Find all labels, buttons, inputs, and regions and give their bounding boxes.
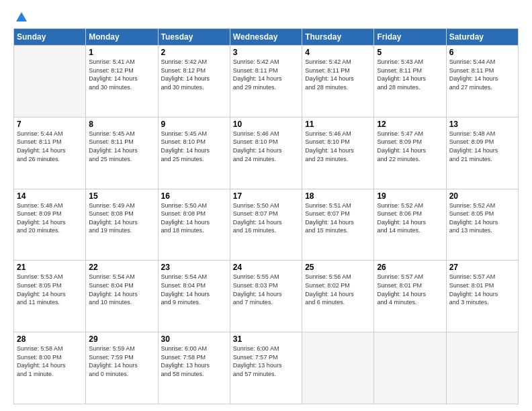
day-number: 31: [233, 334, 299, 344]
day-info: Sunrise: 5:48 AM Sunset: 8:09 PM Dayligh…: [449, 130, 515, 163]
week-row-3: 14Sunrise: 5:48 AM Sunset: 8:09 PM Dayli…: [14, 189, 519, 261]
day-number: 16: [161, 191, 227, 201]
day-number: 14: [17, 191, 83, 201]
calendar-cell: 15Sunrise: 5:49 AM Sunset: 8:08 PM Dayli…: [86, 189, 158, 261]
day-number: 3: [233, 48, 299, 57]
calendar-cell: 24Sunrise: 5:55 AM Sunset: 8:03 PM Dayli…: [230, 261, 302, 332]
day-number: 15: [89, 191, 154, 201]
calendar-cell: [302, 332, 374, 404]
day-info: Sunrise: 5:48 AM Sunset: 8:09 PM Dayligh…: [17, 201, 83, 235]
header: [13, 11, 519, 23]
day-info: Sunrise: 5:52 AM Sunset: 8:06 PM Dayligh…: [377, 201, 443, 235]
day-number: 8: [89, 120, 154, 129]
day-header-monday: Monday: [86, 29, 158, 46]
calendar-cell: 4Sunrise: 5:42 AM Sunset: 8:11 PM Daylig…: [302, 46, 374, 118]
day-number: 29: [89, 334, 154, 344]
calendar-cell: 23Sunrise: 5:54 AM Sunset: 8:04 PM Dayli…: [158, 261, 230, 332]
calendar-cell: 5Sunrise: 5:43 AM Sunset: 8:11 PM Daylig…: [374, 46, 446, 118]
day-info: Sunrise: 5:46 AM Sunset: 8:10 PM Dayligh…: [305, 130, 371, 163]
week-row-5: 28Sunrise: 5:58 AM Sunset: 8:00 PM Dayli…: [14, 332, 519, 404]
day-number: 18: [305, 191, 371, 201]
calendar-cell: 20Sunrise: 5:52 AM Sunset: 8:05 PM Dayli…: [446, 189, 518, 261]
calendar-cell: 22Sunrise: 5:54 AM Sunset: 8:04 PM Dayli…: [86, 261, 158, 332]
calendar-cell: 3Sunrise: 5:42 AM Sunset: 8:11 PM Daylig…: [230, 46, 302, 118]
day-info: Sunrise: 5:46 AM Sunset: 8:10 PM Dayligh…: [233, 130, 299, 163]
day-number: 21: [17, 263, 83, 272]
day-number: 23: [161, 263, 227, 272]
day-number: 25: [305, 263, 371, 272]
calendar-header-row: SundayMondayTuesdayWednesdayThursdayFrid…: [14, 29, 519, 46]
calendar-cell: 29Sunrise: 5:59 AM Sunset: 7:59 PM Dayli…: [86, 332, 158, 404]
day-info: Sunrise: 5:54 AM Sunset: 8:04 PM Dayligh…: [89, 273, 154, 306]
day-info: Sunrise: 5:58 AM Sunset: 8:00 PM Dayligh…: [17, 345, 83, 378]
day-info: Sunrise: 5:55 AM Sunset: 8:03 PM Dayligh…: [233, 273, 299, 306]
day-info: Sunrise: 5:50 AM Sunset: 8:07 PM Dayligh…: [233, 201, 299, 235]
calendar-cell: 25Sunrise: 5:56 AM Sunset: 8:02 PM Dayli…: [302, 261, 374, 332]
week-row-2: 7Sunrise: 5:44 AM Sunset: 8:11 PM Daylig…: [14, 117, 519, 189]
day-number: 6: [449, 48, 515, 57]
day-number: 27: [449, 263, 515, 272]
calendar-cell: 31Sunrise: 6:00 AM Sunset: 7:57 PM Dayli…: [230, 332, 302, 404]
calendar-cell: [446, 332, 518, 404]
calendar-cell: 11Sunrise: 5:46 AM Sunset: 8:10 PM Dayli…: [302, 117, 374, 189]
calendar-cell: [14, 46, 86, 118]
calendar-cell: 26Sunrise: 5:57 AM Sunset: 8:01 PM Dayli…: [374, 261, 446, 332]
calendar-table: SundayMondayTuesdayWednesdayThursdayFrid…: [13, 28, 519, 404]
day-number: 4: [305, 48, 371, 57]
day-info: Sunrise: 6:00 AM Sunset: 7:58 PM Dayligh…: [161, 345, 227, 378]
calendar-cell: 18Sunrise: 5:51 AM Sunset: 8:07 PM Dayli…: [302, 189, 374, 261]
day-info: Sunrise: 5:56 AM Sunset: 8:02 PM Dayligh…: [305, 273, 371, 306]
day-number: 5: [377, 48, 443, 57]
day-info: Sunrise: 5:51 AM Sunset: 8:07 PM Dayligh…: [305, 201, 371, 235]
day-header-tuesday: Tuesday: [158, 29, 230, 46]
day-number: 2: [161, 48, 227, 57]
day-number: 30: [161, 334, 227, 344]
day-header-thursday: Thursday: [302, 29, 374, 46]
calendar-cell: 2Sunrise: 5:42 AM Sunset: 8:12 PM Daylig…: [158, 46, 230, 118]
page: SundayMondayTuesdayWednesdayThursdayFrid…: [0, 0, 532, 411]
day-number: 1: [89, 48, 154, 57]
day-info: Sunrise: 5:57 AM Sunset: 8:01 PM Dayligh…: [377, 273, 443, 306]
day-number: 20: [449, 191, 515, 201]
calendar-cell: 21Sunrise: 5:53 AM Sunset: 8:05 PM Dayli…: [14, 261, 86, 332]
day-info: Sunrise: 5:45 AM Sunset: 8:11 PM Dayligh…: [89, 130, 154, 163]
day-info: Sunrise: 5:47 AM Sunset: 8:09 PM Dayligh…: [377, 130, 443, 163]
svg-marker-0: [16, 12, 27, 21]
day-info: Sunrise: 5:57 AM Sunset: 8:01 PM Dayligh…: [449, 273, 515, 306]
day-info: Sunrise: 5:42 AM Sunset: 8:12 PM Dayligh…: [161, 58, 227, 91]
calendar-cell: 9Sunrise: 5:45 AM Sunset: 8:10 PM Daylig…: [158, 117, 230, 189]
day-header-friday: Friday: [374, 29, 446, 46]
day-info: Sunrise: 5:59 AM Sunset: 7:59 PM Dayligh…: [89, 345, 154, 378]
calendar-cell: 12Sunrise: 5:47 AM Sunset: 8:09 PM Dayli…: [374, 117, 446, 189]
day-info: Sunrise: 6:00 AM Sunset: 7:57 PM Dayligh…: [233, 345, 299, 378]
day-info: Sunrise: 5:49 AM Sunset: 8:08 PM Dayligh…: [89, 201, 154, 235]
calendar-cell: [374, 332, 446, 404]
calendar-cell: 10Sunrise: 5:46 AM Sunset: 8:10 PM Dayli…: [230, 117, 302, 189]
day-number: 28: [17, 334, 83, 344]
week-row-1: 1Sunrise: 5:41 AM Sunset: 8:12 PM Daylig…: [14, 46, 519, 118]
day-info: Sunrise: 5:44 AM Sunset: 8:11 PM Dayligh…: [17, 130, 83, 163]
day-number: 11: [305, 120, 371, 129]
day-number: 10: [233, 120, 299, 129]
calendar-cell: 13Sunrise: 5:48 AM Sunset: 8:09 PM Dayli…: [446, 117, 518, 189]
week-row-4: 21Sunrise: 5:53 AM Sunset: 8:05 PM Dayli…: [14, 261, 519, 332]
day-number: 12: [377, 120, 443, 129]
day-number: 26: [377, 263, 443, 272]
day-number: 19: [377, 191, 443, 201]
calendar-cell: 28Sunrise: 5:58 AM Sunset: 8:00 PM Dayli…: [14, 332, 86, 404]
day-number: 13: [449, 120, 515, 129]
calendar-cell: 30Sunrise: 6:00 AM Sunset: 7:58 PM Dayli…: [158, 332, 230, 404]
calendar-cell: 19Sunrise: 5:52 AM Sunset: 8:06 PM Dayli…: [374, 189, 446, 261]
calendar-cell: 14Sunrise: 5:48 AM Sunset: 8:09 PM Dayli…: [14, 189, 86, 261]
day-info: Sunrise: 5:50 AM Sunset: 8:08 PM Dayligh…: [161, 201, 227, 235]
logo-icon: [15, 11, 28, 24]
calendar-cell: 6Sunrise: 5:44 AM Sunset: 8:11 PM Daylig…: [446, 46, 518, 118]
day-info: Sunrise: 5:53 AM Sunset: 8:05 PM Dayligh…: [17, 273, 83, 306]
day-header-sunday: Sunday: [14, 29, 86, 46]
day-info: Sunrise: 5:45 AM Sunset: 8:10 PM Dayligh…: [161, 130, 227, 163]
day-info: Sunrise: 5:42 AM Sunset: 8:11 PM Dayligh…: [233, 58, 299, 91]
calendar-cell: 8Sunrise: 5:45 AM Sunset: 8:11 PM Daylig…: [86, 117, 158, 189]
day-number: 22: [89, 263, 154, 272]
day-info: Sunrise: 5:52 AM Sunset: 8:05 PM Dayligh…: [449, 201, 515, 235]
day-number: 17: [233, 191, 299, 201]
